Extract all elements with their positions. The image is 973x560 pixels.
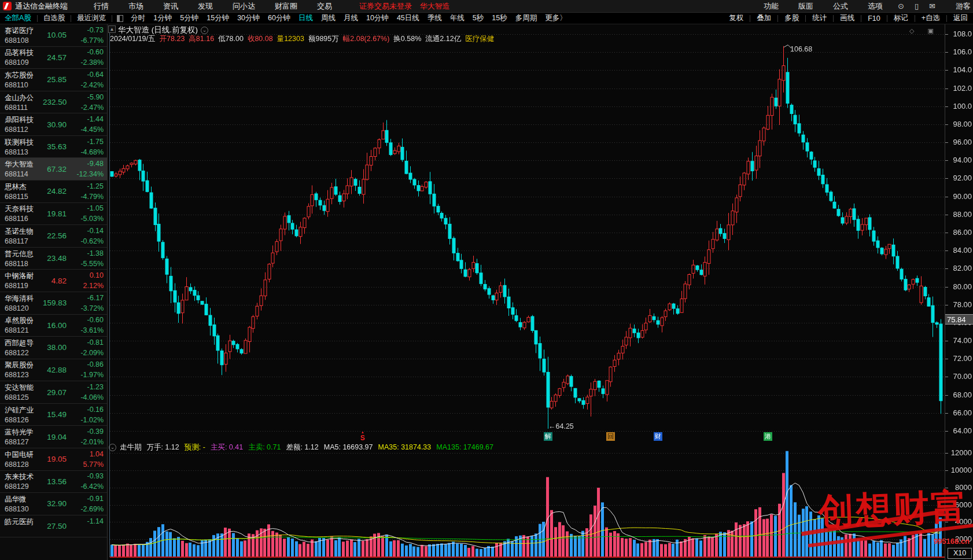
user-label[interactable]: 游客 [941, 1, 973, 12]
stock-name-code: 沪硅产业688126 [5, 406, 43, 424]
menu-item-功能[interactable]: 功能 [754, 1, 788, 12]
layout-box-icon[interactable] [117, 15, 123, 22]
login-status[interactable]: 证券交易未登录 华大智造 [359, 1, 450, 12]
tool-统计[interactable]: 统计 [807, 13, 832, 23]
menu-item-公式[interactable]: 公式 [823, 1, 858, 12]
chart-corner-tools[interactable]: ◇ ▣ [909, 27, 939, 35]
stock-chg: -0.39 [72, 428, 104, 436]
watchlist-row[interactable]: 安达智能68812529.07-1.23-4.06% [0, 381, 107, 404]
period-tab-更多〉[interactable]: 更多〉 [541, 13, 571, 23]
event-icon-解[interactable]: 解 [544, 432, 552, 441]
main-chart-canvas[interactable] [108, 24, 973, 560]
period-tab-60分钟[interactable]: 60分钟 [264, 13, 294, 23]
tool-F10[interactable]: F10 [863, 14, 886, 23]
market-tab-最近浏览[interactable]: 最近浏览 [72, 13, 110, 23]
tool-复权[interactable]: 复权 [724, 13, 749, 23]
chevron-down-icon[interactable]: ⌄ [201, 27, 208, 34]
period-tab-周线[interactable]: 周线 [317, 13, 340, 23]
watchlist-row[interactable]: 沪硅产业68812615.49-0.16-1.02% [0, 404, 107, 426]
watchlist-row[interactable]: 卓然股份68812116.00-0.60-3.61% [0, 315, 107, 337]
tool-多股[interactable]: 多股 [779, 13, 804, 23]
watchlist-row[interactable]: 东来技术68812913.56-0.93-6.42% [0, 471, 107, 493]
indicator-segment: 走牛期 [120, 443, 142, 452]
stock-change: -0.60-3.61% [72, 316, 104, 334]
toolbar-separator [805, 15, 806, 22]
indicator-segment: 主卖: 0.71 [248, 443, 281, 452]
toolbar-separator [915, 15, 915, 22]
tool-叠加[interactable]: 叠加 [751, 13, 776, 23]
watchlist-row[interactable]: 天奈科技68811619.81-1.05-5.03% [0, 203, 107, 226]
stock-code: 688110 [5, 81, 43, 89]
menu-item-发现[interactable]: 发现 [188, 1, 223, 12]
watchlist-row[interactable]: 西部超导68812238.00-0.81-2.09% [0, 337, 107, 359]
watchlist-row[interactable]: 联测科技68811335.63-1.75-4.68% [0, 136, 107, 159]
market-tab-自选股[interactable]: 自选股 [39, 13, 70, 23]
stock-chg: -1.38 [72, 249, 104, 257]
chart-collapse-button[interactable]: ▲ [108, 25, 116, 33]
tool-+自选[interactable]: +自选 [916, 13, 945, 23]
stock-pct: -4.06% [72, 393, 104, 401]
stock-chg: -1.05 [72, 204, 104, 212]
period-tab-30分钟[interactable]: 30分钟 [233, 13, 264, 23]
watchlist-row[interactable]: 晶华微68813032.90-0.91-2.69% [0, 493, 107, 515]
watchlist-row[interactable]: 中国电研68812819.051.045.77% [0, 448, 107, 471]
event-icon-回[interactable]: 回 [606, 432, 615, 441]
menu-item-资讯[interactable]: 资讯 [153, 1, 188, 12]
event-icon-财[interactable]: 财 [654, 432, 662, 441]
watchlist-row[interactable]: 华大智造68811467.32-9.48-12.34% [0, 158, 107, 180]
headset-icon[interactable]: ⊙ [893, 2, 909, 10]
menu-item-选项[interactable]: 选项 [858, 1, 893, 12]
stock-code: 688109 [5, 58, 43, 67]
tool-标记[interactable]: 标记 [889, 13, 913, 23]
menu-bar: 通达信金融终端 行情市场资讯发现问小达财富圈交易 证券交易未登录 华大智造 功能… [0, 0, 973, 13]
tool-返回[interactable]: 返回 [948, 13, 973, 23]
menu-item-市场[interactable]: 市场 [119, 1, 153, 12]
stock-name: 鼎阳科技 [5, 115, 43, 125]
menu-item-版面[interactable]: 版面 [788, 1, 823, 12]
period-tab-45日线[interactable]: 45日线 [393, 13, 423, 23]
phone-icon[interactable]: ▯ [909, 2, 924, 10]
info-segment: 收80.08 [248, 35, 273, 43]
watchlist-row[interactable]: 鼎阳科技68811230.90-1.44-4.45% [0, 113, 107, 136]
stock-pct: -2.42% [72, 81, 104, 89]
watchlist-row[interactable]: 中钢洛耐6881194.820.102.12% [0, 270, 107, 292]
toolbar-separator [833, 15, 834, 22]
watchlist-row[interactable]: 东芯股份68811025.85-0.64-2.42% [0, 69, 107, 91]
watchlist-row[interactable]: 金山办公688111232.50-5.90-2.47% [0, 91, 107, 114]
mail-icon[interactable]: ✉ [924, 2, 941, 10]
menu-item-行情[interactable]: 行情 [84, 1, 119, 12]
period-tab-1分钟[interactable]: 1分钟 [149, 13, 176, 23]
watchlist-row[interactable]: 皓元医药27.50-1.14 [0, 515, 107, 538]
period-tab-年线[interactable]: 年线 [446, 13, 469, 23]
watchlist-sidebar: 赛诺医疗68810810.05-0.73-6.77%品茗科技68810924.5… [0, 24, 108, 560]
period-tab-分时[interactable]: 分时 [127, 13, 149, 23]
period-tab-月线[interactable]: 月线 [340, 13, 362, 23]
watchlist-row[interactable]: 蓝特光学68812719.04-0.39-2.01% [0, 426, 107, 448]
watchlist-row[interactable]: 聚辰股份68812342.88-0.86-1.97% [0, 359, 107, 382]
period-tab-季线[interactable]: 季线 [423, 13, 446, 23]
toolbar-separator [37, 15, 38, 22]
watchlist-row[interactable]: 思林杰68811524.82-1.25-4.79% [0, 180, 107, 203]
sell-signal-marker: S [358, 429, 367, 441]
menu-item-财富圈[interactable]: 财富圈 [265, 1, 307, 12]
period-tab-5分钟[interactable]: 5分钟 [176, 13, 202, 23]
menu-item-交易[interactable]: 交易 [307, 1, 342, 12]
menu-item-问小达[interactable]: 问小达 [223, 1, 265, 12]
event-icon-港[interactable]: 港 [764, 432, 772, 441]
watchlist-row[interactable]: 普元信息68811823.48-1.38-5.55% [0, 248, 107, 270]
watchlist-row[interactable]: 品茗科技68810924.57-0.60-2.38% [0, 47, 107, 69]
watchlist-row[interactable]: 圣诺生物68811722.56-0.14-0.62% [0, 225, 107, 248]
watchlist-row[interactable]: 赛诺医疗68810810.05-0.73-6.77% [0, 24, 107, 47]
period-tab-5秒[interactable]: 5秒 [469, 13, 488, 23]
period-tab-多周期[interactable]: 多周期 [511, 13, 541, 23]
chevron-down-icon[interactable]: ⌄ [109, 444, 116, 451]
period-tab-15秒[interactable]: 15秒 [488, 13, 511, 23]
period-tab-10分钟[interactable]: 10分钟 [362, 13, 393, 23]
indicator-header[interactable]: ⌄走牛期万手: 1.12预测: -主买: 0.41主卖: 0.71差额: 1.1… [109, 441, 499, 453]
period-tab-日线[interactable]: 日线 [294, 13, 317, 23]
price-tick-label: 82.00 [946, 264, 972, 272]
tool-画线[interactable]: 画线 [835, 13, 860, 23]
period-tab-15分钟[interactable]: 15分钟 [202, 13, 233, 23]
market-tab-全部A股[interactable]: 全部A股 [0, 13, 36, 23]
watchlist-row[interactable]: 华海清科688120159.83-6.17-3.72% [0, 292, 107, 315]
